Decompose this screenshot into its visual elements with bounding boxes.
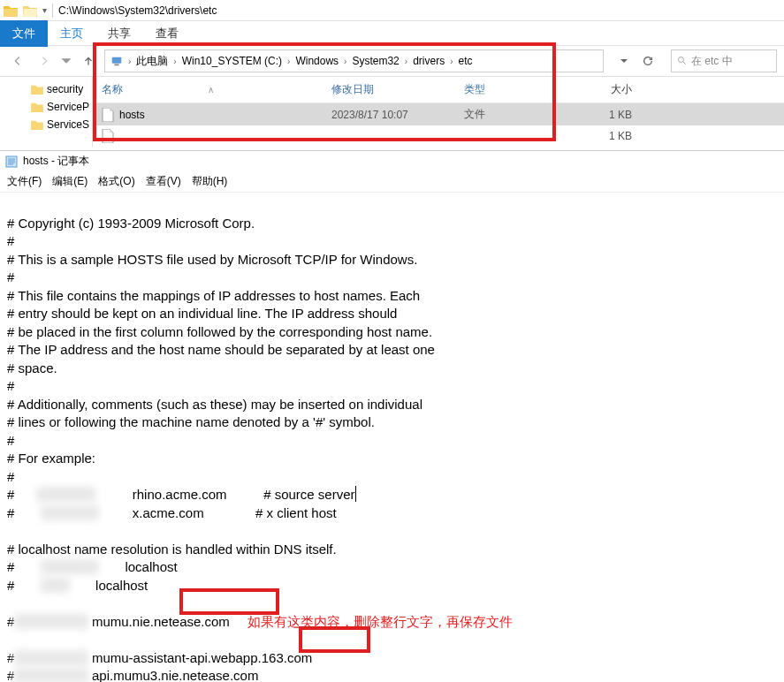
chevron-icon: › [285,57,292,66]
hosts-line: # [7,378,14,393]
hosts-line: api.mumu3.nie.netease.com [88,668,259,682]
hosts-line: # This file contains the mappings of IP … [7,288,420,303]
hosts-line: # This is a sample HOSTS file used by Mi… [7,252,417,267]
refresh-button[interactable] [637,50,658,72]
file-icon [102,129,114,143]
notepad-content[interactable]: # Copyright (c) 1993-2009 Microsoft Corp… [0,193,784,682]
crumb-windows[interactable]: Windows [292,55,342,67]
hosts-line: rhino.acme.com # source server [95,487,354,502]
chevron-icon: › [126,57,133,66]
address-dropdown[interactable] [616,50,632,72]
tree-item[interactable]: ServiceP [31,98,92,116]
hosts-domain-163: 163.com [262,650,313,665]
hosts-line: x.acme.com # x client host [99,505,336,520]
hosts-line: # space. [7,360,57,375]
crumb-pc[interactable]: 此电脑 [133,54,171,69]
crumb-system32[interactable]: System32 [348,55,402,67]
menu-view[interactable]: 查看(V) [146,174,181,189]
hosts-line: # [7,505,41,520]
file-name: hosts [119,109,145,121]
search-icon [677,56,688,66]
menu-file[interactable]: 文件(F) [7,174,42,189]
up-button[interactable] [78,50,99,72]
hosts-line: # entry should be kept on an individual … [7,306,397,321]
back-button[interactable] [7,50,28,72]
file-row-hosts[interactable]: hosts 2023/8/17 10:07 文件 1 KB [93,103,784,125]
list-panel: 名称 ∧ 修改日期 类型 大小 hosts 2023/8/17 10:07 文件… [93,77,784,147]
tree-panel: security ServiceP ServiceS [0,77,93,147]
col-size[interactable]: 大小 [561,82,632,97]
redacted-ip: 00000000 [41,505,100,520]
menu-format[interactable]: 格式(O) [98,174,134,189]
hosts-line: localhost [99,559,177,574]
crumb-drivers[interactable]: drivers [409,55,448,67]
sort-asc-icon: ∧ [208,85,214,95]
tab-share[interactable]: 共享 [95,20,143,47]
recent-dropdown[interactable] [60,50,72,72]
folder-icon [31,102,43,112]
hosts-line: # [7,487,36,502]
hosts-line: # be placed in the first column followed… [7,324,432,339]
tree-item[interactable]: security [31,80,92,98]
chevron-icon: › [171,57,178,66]
tree-label: ServiceS [47,118,89,131]
folder-icon [4,4,18,17]
svg-rect-1 [114,64,118,66]
tab-view[interactable]: 查看 [143,20,191,47]
tab-home[interactable]: 主页 [48,20,95,47]
hosts-line: # [7,233,14,248]
tree-label: ServiceP [47,101,89,113]
annotation-text: 如果有这类内容，删除整行文字，再保存文件 [247,614,513,629]
forward-button[interactable] [34,50,55,72]
hosts-line: # [7,269,14,284]
ribbon-tabs: 文件 主页 共享 查看 [0,21,784,46]
crumb-drive[interactable]: Win10_SYSTEM (C:) [179,55,285,67]
redacted-ip: 0000000000 [14,668,88,682]
hosts-line: localhost [70,578,148,593]
folder-icon [31,84,43,95]
folder-icon [31,119,43,130]
explorer-body: security ServiceP ServiceS 名称 ∧ 修改日期 类型 … [0,76,784,147]
svg-rect-0 [112,57,122,64]
chevron-icon: › [448,57,454,66]
notepad-title: hosts - 记事本 [23,154,89,169]
file-size: 1 KB [561,130,632,142]
list-header: 名称 ∧ 修改日期 类型 大小 [93,77,784,103]
hosts-line: mumu-assistant-api.webapp. [88,650,262,665]
col-type[interactable]: 类型 [464,82,561,97]
hosts-line: # The IP address and the host name shoul… [7,342,435,357]
chevron-icon: › [403,57,409,66]
hosts-line: # For example: [7,451,95,466]
search-placeholder: 在 etc 中 [691,54,733,69]
pc-icon [110,55,123,67]
hosts-line: mumu.nie. [88,614,154,629]
text-caret [355,486,356,502]
hosts-line: # [7,433,14,448]
redacted-ip: 00000000 [41,559,100,574]
file-row[interactable]: 1 KB [93,125,784,147]
tree-item[interactable]: ServiceS [31,116,92,133]
notepad-window: hosts - 记事本 文件(F) 编辑(E) 格式(O) 查看(V) 帮助(H… [0,150,784,682]
notepad-titlebar: hosts - 记事本 [0,151,784,171]
hosts-line: # lines or following the machine name de… [7,414,375,429]
hosts-line: # localhost name resolution is handled w… [7,542,337,557]
explorer-titlebar: ▾ C:\Windows\System32\drivers\etc [0,0,784,21]
redacted-ip: 0000000000 [14,650,88,665]
file-type: 文件 [464,107,561,122]
col-name[interactable]: 名称 ∧ [102,82,331,97]
col-date[interactable]: 修改日期 [331,82,464,97]
tab-file[interactable]: 文件 [0,20,48,47]
hosts-line: # Copyright (c) 1993-2009 Microsoft Corp… [7,216,255,231]
chevron-icon: › [342,57,348,66]
file-size: 1 KB [561,109,632,121]
notepad-menu: 文件(F) 编辑(E) 格式(O) 查看(V) 帮助(H) [0,171,784,193]
svg-point-2 [679,57,684,63]
search-input[interactable]: 在 etc 中 [671,49,777,72]
breadcrumb[interactable]: › 此电脑 › Win10_SYSTEM (C:) › Windows › Sy… [104,49,604,72]
crumb-etc[interactable]: etc [454,55,476,67]
tree-label: security [47,83,83,95]
menu-edit[interactable]: 编辑(E) [52,174,88,189]
menu-help[interactable]: 帮助(H) [192,174,228,189]
hosts-line: # [7,559,41,574]
folder-open-icon [23,4,37,17]
